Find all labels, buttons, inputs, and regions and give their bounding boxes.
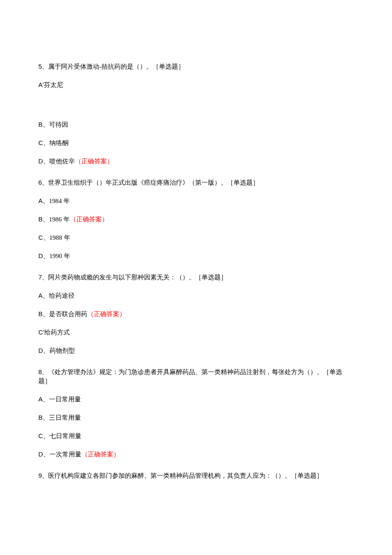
question-stem-text: 属于阿片受体激动-拮抗药的是（）。［单选题］ (48, 63, 184, 70)
option-letter: C、 (38, 139, 49, 146)
option-text: 三日常用量 (49, 414, 81, 421)
option-text: 1984 年 (49, 198, 70, 204)
option-line: C、七日常用量 (38, 431, 354, 441)
question-stem: 9、医疗机构应建立各部门参加的麻醉、第一类精神药品管理机构，其负责人应为：（）。… (38, 471, 354, 480)
question-stem-text: 医疗机构应建立各部门参加的麻醉、第一类精神药品管理机构，其负责人应为：（）。［单… (48, 472, 323, 479)
question-block: 5、属于阿片受体激动-拮抗药的是（）。［单选题］A'芬太尼B、可待因C、纳络酮D… (38, 62, 354, 166)
option-letter: A、 (38, 197, 49, 204)
option-letter: B、 (38, 121, 49, 128)
option-text: 是否联合用药 (49, 311, 87, 317)
correct-answer-label: （正确答案） (75, 158, 113, 165)
option-text: 喷他佐辛 (49, 158, 75, 165)
correct-answer-label: （正确答案） (87, 311, 126, 317)
option-line: A、一日常用量 (38, 395, 354, 404)
option-text: 药物剂型 (49, 347, 75, 354)
option-line: D、一次常用量（正确答案） (38, 450, 354, 459)
question-block: 8、《处方管理办法》规定：为门急诊患者开具麻醉药品、第一类精神药品注射剂，每张处… (38, 367, 354, 459)
correct-answer-label: （正确答案） (81, 451, 120, 458)
question-stem-text: 世界卫生组织于（）年正式出版《癌症疼痛治疗》（第一版）。［单选题］ (48, 179, 259, 186)
option-text: 1986 年 (49, 216, 70, 223)
question-separator: 、 (42, 274, 48, 281)
question-stem: 8、《处方管理办法》规定：为门急诊患者开具麻醉药品、第一类精神药品注射剂，每张处… (38, 367, 354, 386)
option-line: B、三日常用量 (38, 413, 354, 422)
question-separator: 、 (42, 369, 48, 375)
option-letter: C、 (38, 234, 49, 241)
document-page: 5、属于阿片受体激动-拮抗药的是（）。［单选题］A'芬太尼B、可待因C、纳络酮D… (0, 0, 392, 518)
option-text: 七日常用量 (49, 433, 81, 439)
option-text: 可待因 (49, 121, 68, 128)
question-block: 7、阿片类药物成瘾的发生与以下那种因素无关：（）。［单选题］A、给药途径B、是否… (38, 273, 354, 355)
question-separator: 、 (42, 179, 48, 186)
question-stem-text: 《处方管理办法》规定：为门急诊患者开具麻醉药品、第一类精神药品注射剂，每张处方为… (38, 369, 342, 384)
option-line: A、1984 年 (38, 196, 354, 206)
option-text: 1990 年 (49, 253, 70, 259)
option-text: 一日常用量 (49, 396, 81, 403)
spacer (38, 99, 354, 120)
question-block: 9、医疗机构应建立各部门参加的麻醉、第一类精神药品管理机构，其负责人应为：（）。… (38, 471, 354, 480)
question-separator: 、 (42, 63, 48, 70)
option-line: D、1990 年 (38, 251, 354, 261)
option-letter: B、 (38, 215, 49, 223)
option-line: A'芬太尼 (38, 80, 354, 90)
question-block: 6、世界卫生组织于（）年正式出版《癌症疼痛治疗》（第一版）。［单选题］A、198… (38, 178, 354, 261)
question-stem: 6、世界卫生组织于（）年正式出版《癌症疼痛治疗》（第一版）。［单选题］ (38, 178, 354, 187)
option-line: B、是否联合用药（正确答案） (38, 309, 354, 319)
option-line: C、纳络酮 (38, 138, 354, 148)
option-text: 1988 年 (49, 234, 70, 241)
option-text: 给药方式 (44, 329, 70, 336)
option-letter: D、 (38, 347, 49, 354)
option-line: A、给药途径 (38, 291, 354, 300)
option-letter: D、 (38, 450, 49, 458)
option-line: D、药物剂型 (38, 346, 354, 355)
option-text: 给药途径 (49, 292, 75, 299)
option-line: B、1986 年（正确答案） (38, 215, 354, 224)
question-stem-text: 阿片类药物成瘾的发生与以下那种因素无关：（）。［单选题］ (48, 274, 227, 281)
option-letter: B、 (38, 310, 49, 317)
option-line: C'给药方式 (38, 328, 354, 337)
option-letter: A' (38, 81, 44, 88)
question-stem: 7、阿片类药物成瘾的发生与以下那种因素无关：（）。［单选题］ (38, 273, 354, 282)
option-text: 芬太尼 (44, 81, 63, 88)
option-line: D、喷他佐辛（正确答案） (38, 157, 354, 166)
option-line: B、可待因 (38, 120, 354, 129)
option-letter: A、 (38, 395, 49, 403)
option-text: 一次常用量 (49, 451, 81, 458)
option-letter: B、 (38, 414, 49, 421)
question-separator: 、 (42, 472, 48, 479)
option-letter: A、 (38, 292, 49, 299)
correct-answer-label: （正确答案） (70, 216, 108, 223)
question-stem: 5、属于阿片受体激动-拮抗药的是（）。［单选题］ (38, 62, 354, 71)
option-letter: C' (38, 328, 44, 336)
option-letter: D、 (38, 157, 49, 165)
option-line: C、1988 年 (38, 233, 354, 242)
option-letter: D、 (38, 252, 49, 259)
option-text: 纳络酮 (49, 139, 69, 146)
option-letter: C、 (38, 432, 49, 439)
